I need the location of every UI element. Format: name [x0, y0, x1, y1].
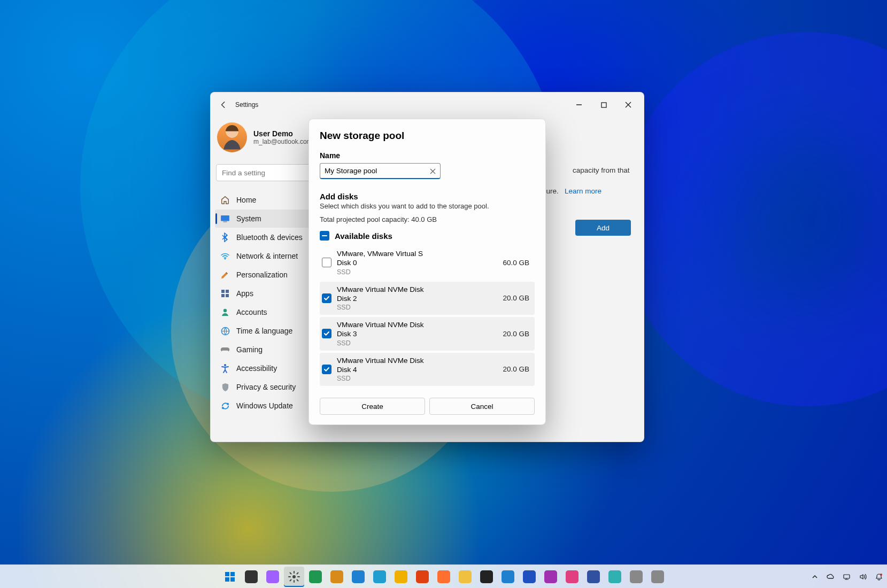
disk-size: 20.0 GB	[503, 365, 529, 373]
disk-name: VMware Virtual NVMe Disk	[337, 320, 497, 329]
taskbar-app1[interactable]	[626, 567, 646, 587]
disk-type: SSD	[337, 303, 497, 312]
svg-rect-8	[221, 294, 225, 297]
nav-icon	[220, 214, 230, 223]
disk-name: VMware Virtual NVMe Disk	[337, 356, 497, 365]
taskbar-task-view[interactable]	[241, 567, 261, 587]
nav-icon	[220, 307, 230, 317]
disk-info: VMware, VMware Virtual S Disk 0 SSD	[337, 249, 497, 276]
nav-icon	[220, 326, 230, 336]
nav-icon	[220, 363, 230, 373]
svg-point-10	[223, 309, 227, 312]
onedrive-icon[interactable]	[826, 572, 836, 582]
add-disks-description: Select which disks you want to add to th…	[320, 202, 535, 210]
taskbar-edge[interactable]	[305, 567, 326, 587]
taskbar-settings[interactable]	[284, 567, 304, 587]
nav-icon	[220, 382, 230, 392]
chevron-up-icon[interactable]	[810, 572, 820, 582]
nav-label: Personalization	[236, 270, 288, 279]
disk-number: Disk 4	[337, 365, 497, 374]
wallpaper-ring	[620, 32, 887, 406]
disk-name: VMware, VMware Virtual S	[337, 249, 497, 258]
nav-icon	[220, 251, 230, 261]
titlebar: Settings	[211, 92, 644, 117]
cancel-button[interactable]: Cancel	[429, 398, 535, 415]
taskbar-copilot[interactable]	[263, 567, 283, 587]
disk-row[interactable]: VMware Virtual NVMe Disk Disk 3 SSD 20.0…	[320, 317, 535, 351]
disk-checkbox[interactable]	[322, 258, 331, 267]
svg-rect-4	[223, 221, 227, 222]
disk-checkbox[interactable]	[322, 293, 331, 303]
taskbar-onenote[interactable]	[541, 567, 561, 587]
nav-label: Privacy & security	[236, 383, 296, 391]
taskbar-start[interactable]	[220, 567, 240, 587]
taskbar-photos[interactable]	[562, 567, 582, 587]
nav-icon	[220, 270, 230, 280]
nav-icon	[220, 233, 230, 242]
taskbar-word[interactable]	[519, 567, 539, 587]
svg-rect-16	[230, 577, 235, 582]
taskbar-center	[220, 567, 668, 587]
taskbar-snip[interactable]	[583, 567, 604, 587]
disk-row[interactable]: VMware, VMware Virtual S Disk 0 SSD 60.0…	[320, 246, 535, 280]
disk-type: SSD	[337, 268, 497, 276]
disk-size: 20.0 GB	[503, 330, 529, 338]
svg-rect-13	[225, 572, 229, 576]
create-button[interactable]: Create	[320, 398, 425, 415]
taskbar-app2[interactable]	[647, 567, 668, 587]
taskbar-firefox[interactable]	[434, 567, 454, 587]
svg-rect-18	[844, 575, 850, 578]
clear-name-button[interactable]	[427, 165, 438, 177]
taskbar-edge-canary[interactable]	[327, 567, 347, 587]
svg-point-17	[292, 575, 296, 578]
disk-checkbox[interactable]	[322, 365, 331, 374]
taskbar-chrome[interactable]	[412, 567, 433, 587]
back-button[interactable]	[216, 97, 231, 112]
nav-label: Apps	[236, 289, 253, 298]
maximize-button[interactable]	[591, 96, 616, 113]
taskbar-edge-beta[interactable]	[348, 567, 368, 587]
svg-point-19	[880, 574, 882, 576]
account-name: User Demo	[253, 129, 312, 138]
disk-number: Disk 0	[337, 258, 497, 267]
taskbar-terminal[interactable]	[476, 567, 497, 587]
svg-rect-3	[221, 215, 229, 221]
disk-checkbox[interactable]	[322, 329, 331, 338]
available-disks-header[interactable]: Available disks	[320, 231, 535, 241]
network-icon[interactable]	[842, 572, 852, 582]
svg-rect-15	[225, 577, 229, 582]
capacity-line: Total projected pool capacity: 40.0 GB	[320, 215, 535, 223]
available-disks-label: Available disks	[335, 231, 392, 241]
window-title: Settings	[235, 101, 258, 109]
taskbar-edge-dev[interactable]	[369, 567, 390, 587]
add-storage-pool-button[interactable]: Add	[575, 220, 631, 236]
taskbar-chrome-canary[interactable]	[391, 567, 411, 587]
system-tray[interactable]	[810, 572, 884, 582]
nav-icon	[220, 401, 230, 411]
avatar	[217, 122, 247, 152]
taskbar-file-explorer[interactable]	[455, 567, 475, 587]
disk-list: VMware, VMware Virtual S Disk 0 SSD 60.0…	[320, 246, 535, 386]
minimize-button[interactable]	[567, 96, 591, 113]
learn-more-link[interactable]: Learn more	[565, 187, 601, 195]
nav-icon	[220, 345, 230, 354]
volume-icon[interactable]	[858, 572, 868, 582]
account-email: m_lab@outlook.com	[253, 138, 312, 145]
svg-rect-9	[226, 294, 229, 297]
nav-icon	[220, 289, 230, 298]
close-button[interactable]	[616, 96, 641, 113]
notifications-icon[interactable]	[874, 572, 884, 582]
disk-row[interactable]: VMware Virtual NVMe Disk Disk 2 SSD 20.0…	[320, 282, 535, 315]
nav-label: Home	[236, 196, 256, 204]
dialog-title: New storage pool	[320, 130, 535, 142]
disk-info: VMware Virtual NVMe Disk Disk 4 SSD	[337, 356, 497, 383]
tristate-checkbox[interactable]	[320, 231, 329, 241]
nav-label: System	[236, 214, 261, 223]
nav-label: Accounts	[236, 308, 267, 316]
taskbar-powertoys[interactable]	[605, 567, 625, 587]
disk-number: Disk 3	[337, 329, 497, 338]
svg-rect-14	[230, 572, 235, 576]
taskbar-vscode[interactable]	[498, 567, 518, 587]
disk-row[interactable]: VMware Virtual NVMe Disk Disk 4 SSD 20.0…	[320, 353, 535, 386]
pool-name-input[interactable]	[320, 163, 441, 179]
